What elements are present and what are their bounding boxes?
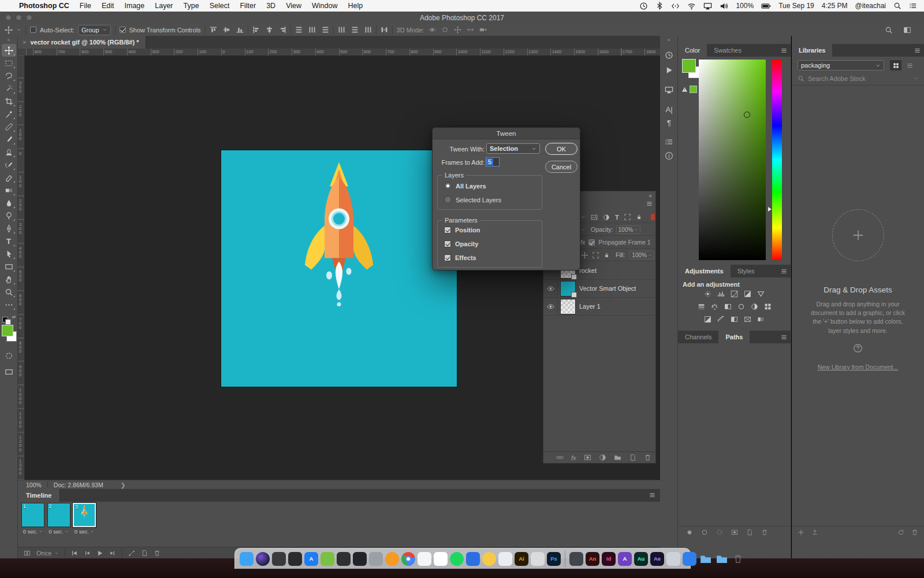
delete-path-icon[interactable] — [761, 529, 768, 536]
menu-item-view[interactable]: View — [281, 0, 307, 12]
first-frame-icon[interactable] — [71, 550, 78, 557]
filter-adjustment-icon[interactable] — [603, 214, 610, 221]
tab-styles[interactable]: Styles — [731, 265, 762, 277]
align-vertical-centers-icon[interactable] — [223, 26, 230, 34]
dock-icon-telescope-app[interactable] — [353, 552, 367, 566]
marquee-tool[interactable] — [2, 57, 16, 69]
dock-icon-animate[interactable]: An — [586, 552, 599, 566]
next-frame-icon[interactable] — [109, 550, 116, 557]
tab-paths[interactable]: Paths — [718, 331, 750, 343]
tab-channels[interactable]: Channels — [678, 331, 718, 343]
blur-tool[interactable] — [2, 197, 16, 209]
menu-item-layer[interactable]: Layer — [150, 0, 178, 12]
filter-smart-object-icon[interactable] — [636, 214, 642, 220]
tab-swatches[interactable]: Swatches — [707, 44, 748, 57]
tab-adjustments[interactable]: Adjustments — [678, 265, 731, 277]
adjustment-posterize-icon[interactable] — [716, 314, 726, 324]
convert-timeline-icon[interactable] — [24, 550, 31, 557]
dev-brackets-icon[interactable] — [671, 2, 680, 10]
quick-mask-button[interactable] — [2, 349, 16, 362]
zoom-level[interactable]: 100% — [18, 481, 42, 488]
3d-pan-icon[interactable] — [454, 26, 461, 34]
gamut-warning[interactable] — [681, 86, 697, 93]
dock-icon-indesign[interactable]: Id — [602, 552, 616, 566]
filter-type-icon[interactable]: T — [615, 214, 619, 221]
show-transform-checkbox[interactable] — [120, 27, 126, 33]
path-mask-icon[interactable] — [731, 529, 738, 536]
dock-icon-orange-app[interactable] — [385, 552, 399, 566]
library-select[interactable]: packaging — [798, 60, 884, 71]
timeline-frame-1[interactable]: 1 — [21, 503, 44, 527]
menu-item-select[interactable]: Select — [204, 0, 235, 12]
quick-selection-tool[interactable] — [2, 82, 16, 95]
adjustment-levels-icon[interactable] — [716, 289, 726, 298]
position-checkbox[interactable]: Position — [444, 227, 480, 234]
brush-tool[interactable] — [2, 133, 16, 146]
layer-row-vector-smart-object[interactable]: Vector Smart Object — [543, 280, 655, 298]
tab-color[interactable]: Color — [678, 44, 707, 57]
frames-to-add-field[interactable]: 5 — [486, 157, 500, 166]
stroke-path-icon[interactable] — [701, 529, 708, 536]
hue-slider[interactable] — [772, 60, 782, 260]
panel-dock-expand-icon[interactable]: « — [660, 36, 677, 44]
new-frame-icon[interactable] — [141, 550, 148, 557]
color-picker-marker[interactable] — [744, 112, 750, 118]
actions-panel-icon[interactable] — [660, 66, 678, 75]
adjustment-vibrance-icon[interactable] — [755, 289, 766, 298]
adjustment-color-lookup-icon[interactable] — [762, 302, 773, 311]
align-right-icon[interactable] — [279, 26, 286, 34]
timeline-menu-icon[interactable] — [649, 492, 655, 498]
window-title-bar[interactable]: Adobe Photoshop CC 2017 — [0, 12, 924, 24]
loop-count-dropdown[interactable]: Once — [36, 550, 59, 557]
hue-slider-marker[interactable] — [768, 207, 772, 212]
fill-path-icon[interactable] — [686, 529, 693, 536]
menu-item-type[interactable]: Type — [178, 0, 204, 12]
menu-item-edit[interactable]: Edit — [96, 0, 120, 12]
new-library-link[interactable]: New Library from Document... — [818, 364, 898, 370]
auto-select-control[interactable]: Auto-Select:Group — [30, 25, 111, 35]
time-machine-icon[interactable] — [639, 2, 648, 10]
menu-item-image[interactable]: Image — [120, 0, 150, 12]
foreground-color-chip[interactable] — [682, 59, 696, 73]
saturation-brightness-field[interactable] — [699, 60, 766, 260]
lock-all-icon[interactable] — [603, 252, 610, 258]
menu-item-file[interactable]: File — [74, 0, 96, 12]
dock-icon-purple-a-app[interactable]: A — [618, 552, 632, 566]
adjustment-black-white-icon[interactable] — [722, 302, 733, 311]
timeline-tab[interactable]: Timeline — [18, 489, 60, 502]
menu-item-photoshop-cc[interactable]: Photoshop CC — [14, 0, 74, 12]
frame-duration[interactable]: 0 sec. — [71, 528, 98, 535]
apple-menu-icon[interactable] — [0, 0, 14, 12]
fill-value-field[interactable]: 100% — [629, 251, 654, 260]
adjustment-curves-icon[interactable] — [729, 289, 740, 298]
load-selection-icon[interactable] — [716, 529, 723, 536]
dock-icon-light-gray-app[interactable] — [531, 552, 545, 566]
crop-tool[interactable] — [2, 95, 16, 108]
eraser-tool[interactable] — [2, 171, 16, 184]
edit-toolbar[interactable] — [2, 298, 16, 311]
dock-icon-audition[interactable]: Au — [634, 552, 648, 566]
layer-visibility-toggle[interactable] — [543, 298, 558, 315]
dock-icon-green-cube-app[interactable] — [321, 552, 334, 566]
adjustment-threshold-icon[interactable] — [729, 314, 740, 324]
dock-icon-trash[interactable] — [731, 552, 745, 566]
all-layers-radio[interactable]: All Layers — [444, 182, 486, 190]
distribute-horizontal-icon[interactable] — [351, 26, 359, 34]
align-left-icon[interactable] — [252, 26, 260, 34]
menu-time[interactable]: 4:25 PM — [822, 2, 848, 10]
spotlight-search-icon[interactable] — [893, 2, 901, 10]
dock-icon-mail-app[interactable] — [418, 552, 431, 566]
chevron-down-icon[interactable] — [580, 214, 586, 220]
dock-icon-light-gray-app-2[interactable] — [666, 552, 680, 566]
opacity-value-field[interactable]: 100% — [616, 225, 641, 234]
dock-icon-finder[interactable] — [240, 552, 254, 566]
default-colors-icon[interactable]: ⇄ — [2, 314, 16, 324]
pen-tool[interactable] — [2, 222, 16, 235]
filter-shape-icon[interactable] — [624, 214, 631, 220]
lasso-tool[interactable] — [2, 69, 16, 82]
character-styles-panel-icon[interactable] — [660, 138, 678, 146]
dock-icon-folder-2[interactable] — [715, 552, 729, 566]
toolbar-foreground-chip[interactable] — [2, 325, 13, 336]
distribute-vertical-icon[interactable] — [308, 26, 316, 34]
info-panel-icon[interactable] — [660, 151, 678, 160]
